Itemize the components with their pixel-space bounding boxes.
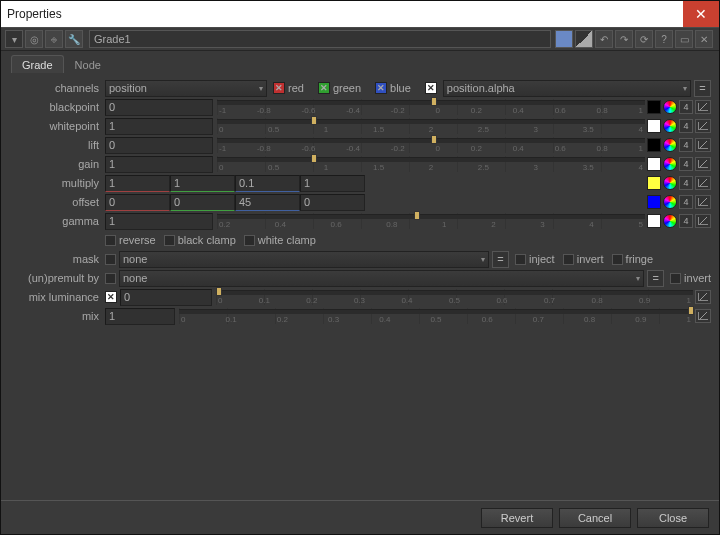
blackpoint-input[interactable] <box>105 99 213 116</box>
whitepoint-anim-button[interactable] <box>695 119 711 133</box>
menu-arrow-icon[interactable]: ▾ <box>5 30 23 48</box>
multiply-a-input[interactable] <box>300 175 365 192</box>
multiply-g-input[interactable] <box>170 175 235 192</box>
inject-checkbox[interactable] <box>515 254 526 265</box>
link-icon[interactable]: ⎆ <box>45 30 63 48</box>
mix-luminance-input[interactable] <box>120 289 212 306</box>
mix-luminance-label: mix luminance <box>5 291 105 303</box>
tool-2-icon[interactable] <box>575 30 593 48</box>
blue-checkbox[interactable]: ✕ <box>375 82 387 94</box>
window-title: Properties <box>7 7 62 21</box>
lift-color-wheel-icon[interactable] <box>663 138 677 152</box>
gain-anim-button[interactable] <box>695 157 711 171</box>
lift-anim-button[interactable] <box>695 138 711 152</box>
offset-b-input[interactable] <box>235 194 300 211</box>
wrench-icon[interactable]: 🔧 <box>65 30 83 48</box>
offset-r-input[interactable] <box>105 194 170 211</box>
whitepoint-input[interactable] <box>105 118 213 135</box>
mask-link-button[interactable]: = <box>492 251 509 268</box>
red-checkbox[interactable]: ✕ <box>273 82 285 94</box>
unpremult-link-button[interactable]: = <box>647 270 664 287</box>
revert-button[interactable]: Revert <box>481 508 553 528</box>
mix-luminance-x[interactable]: ✕ <box>105 291 117 303</box>
tab-node[interactable]: Node <box>64 55 112 73</box>
tool-1-icon[interactable] <box>555 30 573 48</box>
multiply-channels-button[interactable]: 4 <box>679 176 693 190</box>
gain-input[interactable] <box>105 156 213 173</box>
white-clamp-checkbox[interactable] <box>244 235 255 246</box>
lift-swatch[interactable] <box>647 138 661 152</box>
fringe-checkbox[interactable] <box>612 254 623 265</box>
close-panel-icon[interactable]: ✕ <box>695 30 713 48</box>
offset-channels-button[interactable]: 4 <box>679 195 693 209</box>
gain-channels-button[interactable]: 4 <box>679 157 693 171</box>
multiply-b-input[interactable] <box>235 175 300 192</box>
lift-channels-button[interactable]: 4 <box>679 138 693 152</box>
gain-color-wheel-icon[interactable] <box>663 157 677 171</box>
tab-grade[interactable]: Grade <box>11 55 64 73</box>
alpha-channel-dropdown[interactable]: position.alpha <box>443 80 691 97</box>
blackpoint-channels-button[interactable]: 4 <box>679 100 693 114</box>
lift-slider[interactable]: -1-0.8-0.6-0.4-0.200.20.40.60.81 <box>217 137 645 153</box>
focus-icon[interactable]: ◎ <box>25 30 43 48</box>
gamma-anim-button[interactable] <box>695 214 711 228</box>
mask-enable-checkbox[interactable] <box>105 254 116 265</box>
offset-color-wheel-icon[interactable] <box>663 195 677 209</box>
whitepoint-swatch[interactable] <box>647 119 661 133</box>
redo-icon[interactable]: ↷ <box>615 30 633 48</box>
offset-a-input[interactable] <box>300 194 365 211</box>
multiply-anim-button[interactable] <box>695 176 711 190</box>
reverse-label: reverse <box>119 234 156 246</box>
help-icon[interactable]: ? <box>655 30 673 48</box>
mix-slider[interactable]: 00.10.20.30.40.50.60.70.80.91 <box>179 308 693 324</box>
whitepoint-slider[interactable]: 00.511.522.533.54 <box>217 118 645 134</box>
close-button[interactable]: Close <box>637 508 709 528</box>
unpremult-invert-checkbox[interactable] <box>670 273 681 284</box>
refresh-icon[interactable]: ⟳ <box>635 30 653 48</box>
offset-swatch[interactable] <box>647 195 661 209</box>
alpha-checkbox[interactable]: ✕ <box>425 82 437 94</box>
whitepoint-color-wheel-icon[interactable] <box>663 119 677 133</box>
multiply-swatch[interactable] <box>647 176 661 190</box>
gain-swatch[interactable] <box>647 157 661 171</box>
gamma-swatch[interactable] <box>647 214 661 228</box>
black-clamp-checkbox[interactable] <box>164 235 175 246</box>
gain-slider[interactable]: 00.511.522.533.54 <box>217 156 645 172</box>
channels-dropdown[interactable]: position <box>105 80 267 97</box>
green-checkbox[interactable]: ✕ <box>318 82 330 94</box>
gamma-label: gamma <box>5 215 105 227</box>
offset-anim-button[interactable] <box>695 195 711 209</box>
lift-label: lift <box>5 139 105 151</box>
mask-invert-checkbox[interactable] <box>563 254 574 265</box>
window-close-button[interactable]: ✕ <box>683 1 719 27</box>
blackpoint-anim-button[interactable] <box>695 100 711 114</box>
gamma-input[interactable] <box>105 213 213 230</box>
lift-input[interactable] <box>105 137 213 154</box>
unpremult-enable-checkbox[interactable] <box>105 273 116 284</box>
mix-anim-button[interactable] <box>695 309 711 323</box>
blackpoint-slider[interactable]: -1-0.8-0.6-0.4-0.200.20.40.60.81 <box>217 99 645 115</box>
offset-label: offset <box>5 196 105 208</box>
cancel-button[interactable]: Cancel <box>559 508 631 528</box>
mask-dropdown[interactable]: none <box>119 251 489 268</box>
multiply-color-wheel-icon[interactable] <box>663 176 677 190</box>
multiply-r-input[interactable] <box>105 175 170 192</box>
whitepoint-channels-button[interactable]: 4 <box>679 119 693 133</box>
unpremult-dropdown[interactable]: none <box>119 270 644 287</box>
maximize-icon[interactable]: ▭ <box>675 30 693 48</box>
offset-g-input[interactable] <box>170 194 235 211</box>
blackpoint-swatch[interactable] <box>647 100 661 114</box>
mix-luminance-anim-button[interactable] <box>695 290 711 304</box>
node-name-input[interactable] <box>89 30 551 48</box>
gamma-channels-button[interactable]: 4 <box>679 214 693 228</box>
mix-input[interactable] <box>105 308 175 325</box>
channels-link-button[interactable]: = <box>694 80 711 97</box>
gamma-slider[interactable]: 0.20.40.60.812345 <box>217 213 645 229</box>
reverse-checkbox[interactable] <box>105 235 116 246</box>
window: Properties ✕ ▾ ◎ ⎆ 🔧 ↶ ↷ ⟳ ? ▭ ✕ Grade N… <box>0 0 720 535</box>
undo-icon[interactable]: ↶ <box>595 30 613 48</box>
blackpoint-color-wheel-icon[interactable] <box>663 100 677 114</box>
mix-luminance-slider[interactable]: 00.10.20.30.40.50.60.70.80.91 <box>216 289 693 305</box>
channels-label: channels <box>5 82 105 94</box>
gamma-color-wheel-icon[interactable] <box>663 214 677 228</box>
